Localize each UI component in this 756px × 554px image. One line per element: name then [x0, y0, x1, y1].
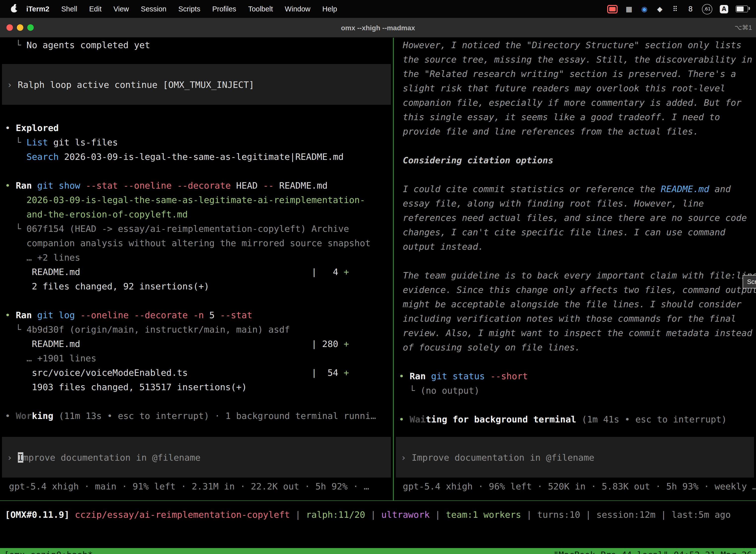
right-model-status: gpt-5.4 xhigh · 96% left · 520K in · 5.8… — [394, 479, 756, 493]
tmux-status-bar: [omx-cczip0:bash* "MacBook-Pro-44.local"… — [0, 548, 756, 554]
terminal-line: └ 067f154 (HEAD -> essay/ai-reimplementa… — [0, 221, 393, 236]
terminal-line: essay file, along with finding root file… — [394, 196, 756, 211]
screen-recording-indicator[interactable] — [607, 5, 618, 13]
window-title: omx --xhigh --madmax — [341, 23, 415, 32]
terminal-line — [394, 254, 756, 268]
menu-item-app[interactable]: iTerm2 — [20, 5, 55, 13]
terminal-line: • Ran git log --oneline --decorate -n 5 … — [0, 308, 393, 322]
menu-items: ShellEditViewSessionScriptsProfilesToolb… — [55, 5, 343, 13]
battery-percentage-icon[interactable]: .61 — [702, 4, 712, 14]
terminal-line — [394, 138, 756, 153]
tmux-host-clock: "MacBook-Pro-44.local" 04:52 31-Mar-26 — [553, 550, 752, 554]
terminal-line: provide file and line references from th… — [394, 124, 756, 138]
left-model-status: gpt-5.4 xhigh · main · 91% left · 2.31M … — [0, 479, 393, 493]
terminal-line: slight risk that future readers may over… — [394, 81, 756, 95]
terminal-window: └ No agents completed yet › Ralph loop a… — [0, 38, 756, 501]
window-grid-icon[interactable]: ▦ — [625, 4, 633, 13]
zoom-button[interactable] — [27, 24, 34, 31]
terminal-line: Considering citation options — [394, 153, 756, 167]
terminal-line: The team guideline is to back every impo… — [394, 268, 756, 282]
right-prompt-input[interactable]: › Improve documentation in @filename — [396, 437, 754, 478]
terminal-line: • Working (11m 13s • esc to interrupt) ·… — [0, 408, 393, 423]
menu-item-toolbelt[interactable]: Toolbelt — [242, 5, 279, 13]
terminal-line: review. Also, I might want to inspect th… — [394, 326, 756, 340]
menu-item-edit[interactable]: Edit — [83, 5, 107, 13]
menu-item-scripts[interactable]: Scripts — [172, 5, 206, 13]
terminal-line: └ List git ls-files — [0, 135, 393, 150]
tmux-window-item[interactable]: [omx-cczip0:bash* — [4, 550, 93, 554]
left-scrollback-main: • Explored └ List git ls-files Search 20… — [0, 121, 393, 423]
terminal-line — [0, 394, 393, 408]
terminal-line: the source tree, missing the essay. Stil… — [394, 52, 756, 66]
terminal-line: of focusing solely on file lines. — [394, 340, 756, 354]
menu-item-session[interactable]: Session — [135, 5, 172, 13]
left-scrollback: └ No agents completed yet — [0, 38, 393, 52]
menu-item-view[interactable]: View — [107, 5, 135, 13]
title-bar: omx --xhigh --madmax ⌥⌘1 — [0, 18, 756, 38]
terminal-line — [394, 167, 756, 182]
menu-item-profiles[interactable]: Profiles — [206, 5, 242, 13]
terminal-line: the "Related research writing" section i… — [394, 66, 756, 81]
terminal-line: output instead. — [394, 239, 756, 254]
terminal-line: 2 files changed, 92 insertions(+) — [0, 279, 393, 293]
terminal-line: └ (no output) — [394, 383, 756, 398]
terminal-line — [394, 354, 756, 369]
terminal-line: 2026-03-09-is-legal-the-same-as-legitima… — [0, 192, 393, 207]
menu-bar-left: iTerm2 ShellEditViewSessionScriptsProfil… — [0, 5, 343, 13]
terminal-line: README.md | 4 + — [0, 265, 393, 279]
terminal-line: • Explored — [0, 121, 393, 135]
terminal-line: … +1901 lines — [0, 351, 393, 365]
minimize-button[interactable] — [17, 24, 23, 31]
left-prompt-input[interactable]: › Improve documentation in @filename — [2, 437, 391, 478]
close-button[interactable] — [6, 24, 13, 31]
dark-app-icon[interactable]: ◆ — [656, 4, 664, 13]
inject-banner-text: › Ralph loop active continue [OMX_TMUX_I… — [2, 77, 254, 92]
blue-app-icon[interactable]: ◉ — [640, 4, 648, 13]
menu-bar: iTerm2 ShellEditViewSessionScriptsProfil… — [0, 0, 756, 18]
terminal-line: src/voice/voiceModeEnabled.ts | 54 + — [0, 365, 393, 380]
right-scrollback: However, I noticed the "Directory Struct… — [394, 38, 756, 427]
screen: iTerm2 ShellEditViewSessionScriptsProfil… — [0, 0, 756, 554]
omx-status-bar: [OMX#0.11.9] cczip/essay/ai-reimplementa… — [0, 501, 756, 548]
terminal-line — [394, 398, 756, 412]
menu-item-shell[interactable]: Shell — [55, 5, 83, 13]
terminal-line: companion file, especially if more comme… — [394, 95, 756, 110]
right-prompt-text: › Improve documentation in @filename — [396, 450, 594, 464]
window-shortcut-badge: ⌥⌘1 — [735, 24, 752, 31]
dots-grid-icon[interactable]: ⠿ — [671, 4, 679, 13]
keyboard-layout-icon[interactable]: A — [720, 5, 728, 13]
terminal-line: └ No agents completed yet — [0, 38, 393, 52]
left-prompt-text: › Improve documentation in @filename — [2, 450, 200, 464]
terminal-line: 1903 files changed, 513517 insertions(+) — [0, 380, 393, 394]
terminal-line: • Ran git show --stat --oneline --decora… — [0, 178, 393, 192]
terminal-line — [0, 164, 393, 178]
screen-share-popup[interactable]: Scre — [743, 275, 756, 288]
traffic-lights — [6, 18, 34, 37]
terminal-line: • Waiting for background terminal (1m 41… — [394, 412, 756, 427]
terminal-line: and-the-erosion-of-copyleft.md — [0, 207, 393, 221]
terminal-line: Search 2026-03-09-is-legal-the-same-as-l… — [0, 150, 393, 164]
terminal-line: … +2 lines — [0, 250, 393, 265]
omx-status-text: [OMX#0.11.9] cczip/essay/ai-reimplementa… — [0, 507, 756, 522]
terminal-line — [0, 293, 393, 308]
keycap-8-icon[interactable]: 8 — [687, 4, 694, 13]
terminal-line: • Ran git status --short — [394, 369, 756, 383]
menu-item-help[interactable]: Help — [316, 5, 343, 13]
terminal-line: I could cite commit statistics or refere… — [394, 182, 756, 196]
terminal-line: references need actual files, and since … — [394, 211, 756, 225]
terminal-line: However, I noticed the "Directory Struct… — [394, 38, 756, 52]
terminal-line: README.md | 280 + — [0, 337, 393, 351]
left-terminal-pane[interactable]: └ No agents completed yet › Ralph loop a… — [0, 38, 393, 500]
terminal-line: evidence. Since this change only affects… — [394, 282, 756, 297]
terminal-line: might be acceptable alongside the file l… — [394, 297, 756, 311]
terminal-line: └ 4b9d30f (origin/main, instructkr/main,… — [0, 322, 393, 337]
apple-menu-icon[interactable] — [11, 6, 17, 12]
right-terminal-pane[interactable]: However, I noticed the "Directory Struct… — [394, 38, 756, 500]
inject-banner: › Ralph loop active continue [OMX_TMUX_I… — [2, 64, 391, 105]
battery-charging-icon[interactable] — [736, 5, 748, 12]
menu-bar-status-icons: ▦◉◆⠿8.61A — [607, 4, 756, 14]
terminal-line: companion analysis without altering the … — [0, 236, 393, 250]
terminal-line: this single essay, it seems like a good … — [394, 110, 756, 124]
terminal-line: changes, I can't cite specific file line… — [394, 225, 756, 239]
menu-item-window[interactable]: Window — [279, 5, 316, 13]
